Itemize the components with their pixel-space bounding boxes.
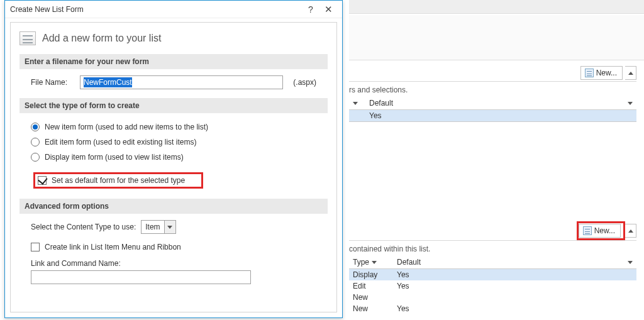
- forms-col-type-label: Type: [353, 258, 369, 267]
- create-link-label: Create link in List Item Menu and Ribbon: [45, 243, 181, 251]
- radio-icon: [31, 123, 40, 131]
- filename-input[interactable]: NewFormCust: [80, 75, 283, 89]
- new-button-highlight: New...: [577, 221, 625, 240]
- forms-row[interactable]: Display Yes: [349, 269, 636, 280]
- filename-row: File Name: NewFormCust (.aspx): [31, 75, 316, 89]
- chevron-up-icon: [628, 229, 633, 233]
- forms-row-default: Yes: [393, 280, 636, 292]
- lower-hint-text: contained within this list.: [349, 245, 636, 253]
- forms-row-type: Edit: [349, 280, 393, 292]
- dropdown-caret: [164, 221, 175, 233]
- forms-row-default: Yes: [393, 269, 636, 280]
- link-command-input[interactable]: [31, 270, 251, 284]
- content-type-value: Item: [142, 223, 164, 231]
- bg-ribbon: [349, 15, 644, 60]
- radio-icon: [31, 138, 40, 146]
- radio-display-label: Display item form (used to view list ite…: [45, 153, 184, 162]
- advanced-section-header: Advanced form options: [19, 199, 328, 214]
- forms-row[interactable]: Edit Yes: [349, 280, 636, 292]
- forms-grid-header: Type Default: [349, 256, 636, 269]
- chevron-down-icon: [628, 102, 633, 105]
- close-button[interactable]: ✕: [319, 3, 337, 16]
- dialog-body: Add a new form to your list Enter a file…: [10, 22, 337, 312]
- bg-titlebar: [349, 0, 644, 14]
- content-type-select[interactable]: Item: [141, 220, 175, 234]
- new-button-lower[interactable]: New...: [579, 224, 621, 238]
- form-icon: [583, 226, 592, 235]
- link-command-label: Link and Command Name:: [31, 259, 316, 268]
- upper-grid-header: Default: [349, 97, 636, 110]
- new-button-upper[interactable]: New...: [580, 66, 623, 80]
- collapse-button-lower[interactable]: [625, 224, 636, 238]
- forms-row-default: Yes: [393, 303, 636, 314]
- radio-new-label: New item form (used to add new items to …: [45, 123, 208, 131]
- set-default-label: Set as default form for the selected typ…: [52, 176, 185, 185]
- set-default-highlight: Set as default form for the selected typ…: [33, 172, 203, 189]
- new-button-upper-label: New...: [596, 69, 617, 77]
- upper-grid: Default Yes: [349, 97, 636, 122]
- upper-col-default[interactable]: Default: [365, 97, 636, 109]
- chevron-down-icon: [167, 226, 172, 229]
- bg-section-lower: New... contained within this list. Type …: [349, 221, 636, 317]
- upper-row-value: Yes: [365, 110, 636, 121]
- forms-col-default-label: Default: [397, 258, 421, 267]
- upper-col-default-label: Default: [369, 99, 393, 108]
- forms-grid: Type Default Display Yes Edit Yes New: [349, 256, 636, 314]
- radio-edit-item[interactable]: Edit item form (used to edit existing li…: [31, 135, 316, 150]
- filename-value: NewFormCust: [84, 77, 132, 87]
- dialog-heading-row: Add a new form to your list: [19, 31, 328, 45]
- upper-grid-row[interactable]: Yes: [349, 110, 636, 121]
- filename-ext: (.aspx): [293, 78, 316, 87]
- filename-label: File Name:: [31, 78, 74, 87]
- chevron-down-icon: [372, 261, 377, 264]
- bg-section-upper: New... rs and selections. Default Yes: [349, 65, 636, 217]
- new-button-lower-label: New...: [594, 226, 615, 235]
- dialog-title: Create New List Form: [10, 5, 84, 14]
- forms-row-type: New: [349, 292, 393, 303]
- form-icon: [19, 31, 36, 45]
- forms-col-type[interactable]: Type: [349, 256, 393, 268]
- checkbox-create-link[interactable]: [31, 243, 40, 251]
- formtype-section-header: Select the type of form to create: [19, 98, 328, 113]
- chevron-down-icon: [628, 261, 633, 264]
- forms-col-default[interactable]: Default: [393, 256, 636, 268]
- forms-row-type: Display: [349, 269, 393, 280]
- dialog-titlebar: Create New List Form ? ✕: [5, 1, 342, 18]
- forms-row[interactable]: New: [349, 292, 636, 303]
- radio-new-item[interactable]: New item form (used to add new items to …: [31, 119, 316, 135]
- collapse-button-upper[interactable]: [625, 66, 636, 80]
- radio-display-item[interactable]: Display item form (used to view list ite…: [31, 150, 316, 165]
- dialog-heading: Add a new form to your list: [42, 33, 161, 44]
- chevron-up-icon: [628, 72, 633, 75]
- chevron-down-icon: [353, 102, 358, 105]
- form-icon: [585, 69, 594, 77]
- content-type-label: Select the Content Type to use:: [31, 223, 136, 231]
- forms-row-default: [393, 292, 636, 303]
- create-link-checkbox-row[interactable]: Create link in List Item Menu and Ribbon: [31, 240, 316, 254]
- radio-icon: [31, 153, 40, 162]
- radio-edit-label: Edit item form (used to edit existing li…: [45, 138, 196, 146]
- help-button[interactable]: ?: [302, 3, 319, 16]
- forms-row-type: New: [349, 303, 393, 314]
- upper-col-expander[interactable]: [349, 97, 365, 109]
- checkbox-set-default[interactable]: [38, 176, 47, 185]
- create-new-list-form-dialog: Create New List Form ? ✕ Add a new form …: [4, 0, 343, 318]
- filename-section-header: Enter a filename for your new form: [19, 54, 328, 69]
- upper-hint-text: rs and selections.: [349, 86, 636, 94]
- forms-row[interactable]: New Yes: [349, 303, 636, 314]
